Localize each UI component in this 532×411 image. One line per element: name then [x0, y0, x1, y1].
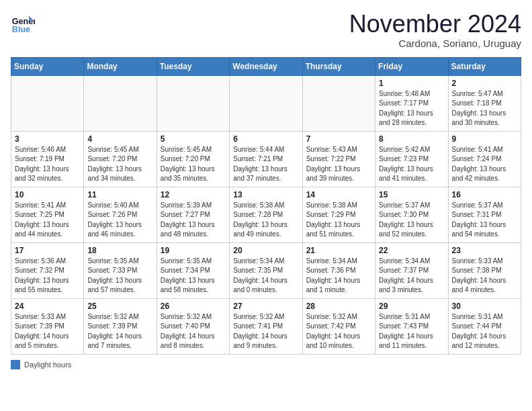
day-cell: 21Sunrise: 5:34 AM Sunset: 7:36 PM Dayli… [302, 242, 375, 298]
day-cell: 6Sunrise: 5:44 AM Sunset: 7:21 PM Daylig… [230, 131, 302, 187]
legend-color-box [11, 360, 20, 369]
day-number: 6 [233, 134, 298, 144]
day-info: Sunrise: 5:44 AM Sunset: 7:21 PM Dayligh… [233, 145, 298, 184]
day-info: Sunrise: 5:33 AM Sunset: 7:38 PM Dayligh… [452, 257, 517, 295]
day-cell: 22Sunrise: 5:34 AM Sunset: 7:37 PM Dayli… [375, 242, 448, 298]
day-cell: 3Sunrise: 5:46 AM Sunset: 7:19 PM Daylig… [11, 131, 84, 187]
svg-text:Blue: Blue [12, 25, 30, 34]
day-number: 3 [15, 134, 80, 144]
day-cell: 30Sunrise: 5:31 AM Sunset: 7:44 PM Dayli… [448, 298, 521, 354]
day-number: 10 [15, 190, 80, 199]
day-info: Sunrise: 5:32 AM Sunset: 7:40 PM Dayligh… [161, 312, 226, 351]
weekday-header-row: SundayMondayTuesdayWednesdayThursdayFrid… [11, 57, 521, 75]
day-info: Sunrise: 5:32 AM Sunset: 7:39 PM Dayligh… [87, 312, 152, 351]
legend: Daylight hours [11, 360, 521, 369]
day-info: Sunrise: 5:34 AM Sunset: 7:36 PM Dayligh… [306, 257, 371, 295]
day-info: Sunrise: 5:37 AM Sunset: 7:31 PM Dayligh… [452, 201, 517, 240]
day-number: 29 [379, 302, 444, 311]
day-number: 2 [452, 79, 517, 88]
logo: General Blue [11, 11, 35, 35]
day-cell: 1Sunrise: 5:48 AM Sunset: 7:17 PM Daylig… [375, 75, 448, 131]
day-number: 1 [379, 79, 444, 88]
day-cell: 25Sunrise: 5:32 AM Sunset: 7:39 PM Dayli… [84, 298, 157, 354]
day-cell: 2Sunrise: 5:47 AM Sunset: 7:18 PM Daylig… [448, 75, 521, 131]
day-number: 4 [87, 134, 152, 144]
day-cell: 28Sunrise: 5:32 AM Sunset: 7:42 PM Dayli… [302, 298, 375, 354]
day-cell: 11Sunrise: 5:40 AM Sunset: 7:26 PM Dayli… [84, 187, 157, 242]
day-cell: 14Sunrise: 5:38 AM Sunset: 7:29 PM Dayli… [302, 187, 375, 242]
day-cell: 18Sunrise: 5:35 AM Sunset: 7:33 PM Dayli… [84, 242, 157, 298]
day-info: Sunrise: 5:47 AM Sunset: 7:18 PM Dayligh… [452, 89, 517, 128]
day-info: Sunrise: 5:32 AM Sunset: 7:42 PM Dayligh… [306, 312, 371, 351]
day-number: 16 [452, 190, 517, 199]
day-info: Sunrise: 5:40 AM Sunset: 7:26 PM Dayligh… [87, 201, 152, 240]
day-info: Sunrise: 5:34 AM Sunset: 7:35 PM Dayligh… [233, 257, 298, 295]
day-cell: 29Sunrise: 5:31 AM Sunset: 7:43 PM Dayli… [375, 298, 448, 354]
day-cell: 20Sunrise: 5:34 AM Sunset: 7:35 PM Dayli… [230, 242, 302, 298]
day-cell: 16Sunrise: 5:37 AM Sunset: 7:31 PM Dayli… [448, 187, 521, 242]
day-info: Sunrise: 5:38 AM Sunset: 7:28 PM Dayligh… [233, 201, 298, 240]
day-info: Sunrise: 5:45 AM Sunset: 7:20 PM Dayligh… [87, 145, 152, 184]
day-info: Sunrise: 5:39 AM Sunset: 7:27 PM Dayligh… [161, 201, 226, 240]
day-number: 27 [233, 302, 298, 311]
day-number: 18 [87, 246, 152, 255]
day-number: 22 [379, 246, 444, 255]
day-cell: 10Sunrise: 5:41 AM Sunset: 7:25 PM Dayli… [11, 187, 84, 242]
day-info: Sunrise: 5:41 AM Sunset: 7:25 PM Dayligh… [15, 201, 80, 240]
day-number: 19 [161, 246, 226, 255]
day-info: Sunrise: 5:31 AM Sunset: 7:43 PM Dayligh… [379, 312, 444, 351]
day-info: Sunrise: 5:33 AM Sunset: 7:39 PM Dayligh… [15, 312, 80, 351]
day-number: 20 [233, 246, 298, 255]
week-row-5: 24Sunrise: 5:33 AM Sunset: 7:39 PM Dayli… [11, 298, 521, 354]
day-cell: 7Sunrise: 5:43 AM Sunset: 7:22 PM Daylig… [302, 131, 375, 187]
day-cell [11, 75, 84, 131]
day-info: Sunrise: 5:45 AM Sunset: 7:20 PM Dayligh… [161, 145, 226, 184]
day-info: Sunrise: 5:35 AM Sunset: 7:34 PM Dayligh… [161, 257, 226, 295]
legend-label: Daylight hours [24, 361, 71, 369]
day-number: 24 [15, 302, 80, 311]
day-cell: 17Sunrise: 5:36 AM Sunset: 7:32 PM Dayli… [11, 242, 84, 298]
weekday-tuesday: Tuesday [157, 57, 229, 75]
day-cell: 4Sunrise: 5:45 AM Sunset: 7:20 PM Daylig… [84, 131, 157, 187]
day-number: 15 [379, 190, 444, 199]
day-number: 23 [452, 246, 517, 255]
day-info: Sunrise: 5:31 AM Sunset: 7:44 PM Dayligh… [452, 312, 517, 351]
week-row-3: 10Sunrise: 5:41 AM Sunset: 7:25 PM Dayli… [11, 187, 521, 242]
weekday-monday: Monday [84, 57, 157, 75]
weekday-sunday: Sunday [11, 57, 84, 75]
week-row-2: 3Sunrise: 5:46 AM Sunset: 7:19 PM Daylig… [11, 131, 521, 187]
month-title: November 2024 [349, 11, 521, 38]
day-cell: 19Sunrise: 5:35 AM Sunset: 7:34 PM Dayli… [157, 242, 229, 298]
day-cell: 26Sunrise: 5:32 AM Sunset: 7:40 PM Dayli… [157, 298, 229, 354]
day-cell: 5Sunrise: 5:45 AM Sunset: 7:20 PM Daylig… [157, 131, 229, 187]
calendar-table: SundayMondayTuesdayWednesdayThursdayFrid… [11, 57, 521, 355]
day-number: 8 [379, 134, 444, 144]
day-number: 9 [452, 134, 517, 144]
day-cell: 12Sunrise: 5:39 AM Sunset: 7:27 PM Dayli… [157, 187, 229, 242]
weekday-saturday: Saturday [448, 57, 521, 75]
week-row-1: 1Sunrise: 5:48 AM Sunset: 7:17 PM Daylig… [11, 75, 521, 131]
day-number: 17 [15, 246, 80, 255]
day-info: Sunrise: 5:42 AM Sunset: 7:23 PM Dayligh… [379, 145, 444, 184]
day-info: Sunrise: 5:41 AM Sunset: 7:24 PM Dayligh… [452, 145, 517, 184]
day-info: Sunrise: 5:34 AM Sunset: 7:37 PM Dayligh… [379, 257, 444, 295]
day-number: 14 [306, 190, 371, 199]
day-number: 25 [87, 302, 152, 311]
day-number: 5 [161, 134, 226, 144]
location: Cardona, Soriano, Uruguay [349, 38, 521, 49]
day-info: Sunrise: 5:38 AM Sunset: 7:29 PM Dayligh… [306, 201, 371, 240]
day-cell: 24Sunrise: 5:33 AM Sunset: 7:39 PM Dayli… [11, 298, 84, 354]
weekday-thursday: Thursday [302, 57, 375, 75]
day-cell: 15Sunrise: 5:37 AM Sunset: 7:30 PM Dayli… [375, 187, 448, 242]
day-cell: 23Sunrise: 5:33 AM Sunset: 7:38 PM Dayli… [448, 242, 521, 298]
day-info: Sunrise: 5:36 AM Sunset: 7:32 PM Dayligh… [15, 257, 80, 295]
day-cell [302, 75, 375, 131]
page-header: General Blue November 2024 Cardona, Sori… [11, 11, 521, 49]
day-number: 26 [161, 302, 226, 311]
day-number: 30 [452, 302, 517, 311]
day-cell: 27Sunrise: 5:32 AM Sunset: 7:41 PM Dayli… [230, 298, 302, 354]
day-info: Sunrise: 5:46 AM Sunset: 7:19 PM Dayligh… [15, 145, 80, 184]
day-info: Sunrise: 5:37 AM Sunset: 7:30 PM Dayligh… [379, 201, 444, 240]
day-cell: 8Sunrise: 5:42 AM Sunset: 7:23 PM Daylig… [375, 131, 448, 187]
title-block: November 2024 Cardona, Soriano, Uruguay [349, 11, 521, 49]
